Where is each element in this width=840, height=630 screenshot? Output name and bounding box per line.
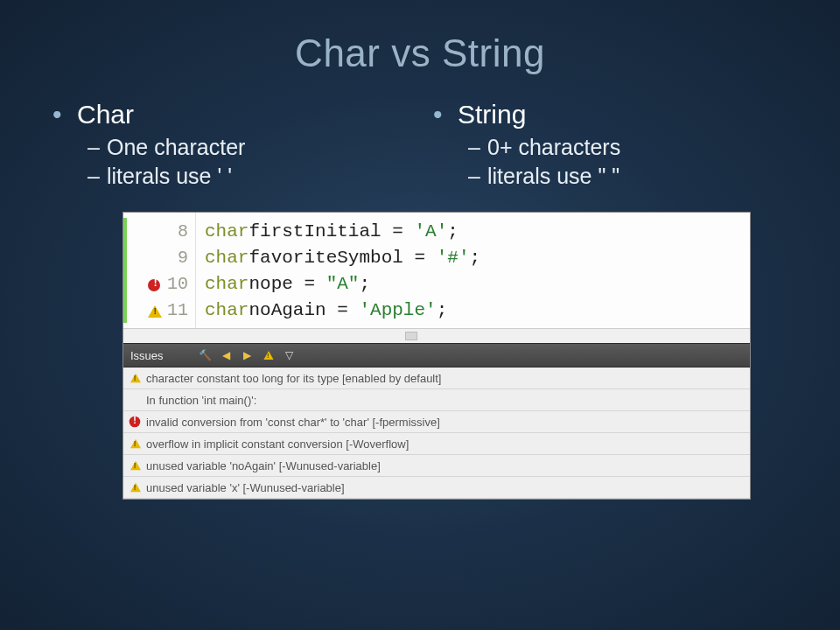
slide-title: Char vs String — [44, 32, 796, 75]
gutter-line: 11 — [127, 297, 188, 323]
right-sub1: 0+ characters — [468, 135, 796, 160]
identifier: noAgain — [248, 300, 326, 320]
right-heading-text: String — [458, 100, 526, 129]
right-sub2: literals use " " — [468, 164, 796, 189]
keyword: char — [205, 221, 248, 242]
slide: Char vs String Char One character litera… — [0, 0, 840, 630]
left-sub2: literals use ' ' — [88, 164, 416, 189]
issue-row[interactable]: In function 'int main()': — [123, 389, 750, 411]
equals: = — [293, 274, 326, 294]
literal: 'Apple' — [359, 300, 436, 320]
equals: = — [326, 300, 360, 320]
identifier: favoriteSymbol — [248, 248, 402, 268]
keyword: char — [205, 274, 248, 294]
gutter-line: 9 — [127, 244, 188, 270]
issue-row[interactable]: unused variable 'x' [-Wunused-variable] — [123, 477, 750, 499]
change-marker — [123, 218, 127, 323]
issue-text: character constant too long for its type… — [146, 372, 442, 385]
left-column: Char One character literals use ' ' — [44, 100, 416, 192]
warning-icon — [130, 439, 141, 449]
issues-tab-label[interactable]: Issues — [130, 349, 164, 362]
warning-icon — [130, 461, 141, 471]
line-number: 8 — [178, 221, 188, 242]
left-sub1: One character — [88, 135, 416, 160]
next-issue-icon[interactable] — [241, 348, 255, 362]
issue-row[interactable]: invalid conversion from 'const char*' to… — [123, 411, 750, 433]
issue-row[interactable]: overflow in implicit constant conversion… — [123, 433, 750, 455]
warning-icon — [148, 305, 162, 318]
semicolon: ; — [447, 221, 458, 242]
error-icon — [130, 416, 141, 428]
line-number: 10 — [167, 274, 188, 294]
warn-toggle-icon[interactable] — [262, 348, 276, 362]
equals: = — [403, 248, 437, 268]
right-sub2-text: literals use " " — [487, 164, 620, 188]
code-line: char nope = "A"; — [205, 270, 741, 297]
gutter: 891011 — [123, 213, 196, 328]
literal: "A" — [326, 274, 360, 294]
gutter-line: 8 — [127, 218, 188, 244]
issues-header: Issues — [123, 344, 750, 368]
right-sub1-text: 0+ characters — [487, 135, 620, 159]
semicolon: ; — [437, 300, 448, 320]
keyword: char — [205, 248, 248, 268]
error-icon — [148, 279, 160, 291]
hscrollbar[interactable] — [123, 328, 750, 343]
code-line: char noAgain = 'Apple'; — [205, 297, 741, 323]
issue-row[interactable]: unused variable 'noAgain' [-Wunused-vari… — [123, 455, 750, 477]
identifier: firstInitial — [248, 221, 381, 242]
right-heading: String 0+ characters literals use " " — [433, 100, 796, 189]
issue-text: In function 'int main()': — [146, 394, 256, 407]
equals: = — [382, 221, 415, 242]
warning-icon — [130, 483, 141, 493]
code-body: char firstInitial = 'A';char favoriteSym… — [196, 213, 750, 328]
issue-row[interactable]: character constant too long for its type… — [123, 368, 750, 389]
code-editor-panel: 891011 char firstInitial = 'A';char favo… — [122, 212, 751, 500]
build-icon[interactable] — [199, 348, 213, 362]
literal: '#' — [437, 248, 470, 268]
issue-text: unused variable 'noAgain' [-Wunused-vari… — [146, 459, 381, 472]
keyword: char — [205, 300, 248, 320]
gutter-line: 10 — [127, 270, 188, 297]
right-column: String 0+ characters literals use " " — [424, 100, 796, 192]
prev-issue-icon[interactable] — [220, 348, 234, 362]
semicolon: ; — [359, 274, 370, 294]
code-area: 891011 char firstInitial = 'A';char favo… — [123, 213, 750, 328]
issues-panel: Issues character constant too long for i… — [123, 343, 750, 499]
literal: 'A' — [414, 221, 447, 242]
left-sub1-text: One character — [107, 135, 245, 159]
columns: Char One character literals use ' ' Stri… — [44, 100, 796, 192]
line-number: 11 — [167, 300, 188, 320]
identifier: nope — [248, 274, 292, 294]
issues-list: character constant too long for its type… — [123, 368, 750, 499]
code-line: char favoriteSymbol = '#'; — [205, 244, 741, 270]
semicolon: ; — [469, 248, 480, 268]
issue-text: unused variable 'x' [-Wunused-variable] — [146, 481, 345, 494]
issues-toolbar — [199, 348, 297, 362]
warning-icon — [130, 374, 141, 383]
left-sub2-text: literals use ' ' — [107, 164, 232, 188]
filter-icon[interactable] — [283, 348, 297, 362]
left-heading: Char One character literals use ' ' — [52, 100, 416, 189]
issue-text: invalid conversion from 'const char*' to… — [146, 416, 440, 429]
line-number: 9 — [178, 248, 188, 268]
issue-text: overflow in implicit constant conversion… — [146, 438, 409, 451]
left-heading-text: Char — [77, 100, 134, 129]
code-line: char firstInitial = 'A'; — [205, 218, 741, 244]
